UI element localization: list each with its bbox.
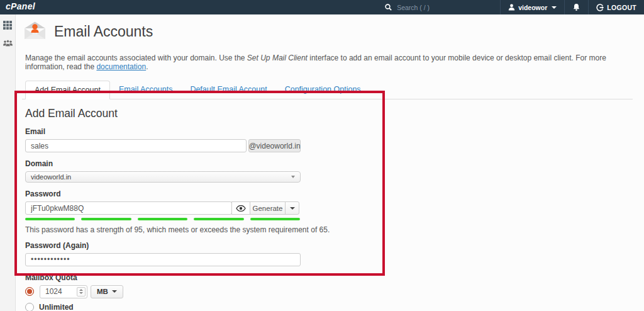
email-label: Email: [25, 127, 633, 136]
logout-label: LOGOUT: [607, 4, 636, 11]
apps-grid-icon[interactable]: [3, 21, 12, 30]
quota-spinner[interactable]: [77, 287, 86, 297]
user-name: videowor: [518, 4, 547, 11]
quota-unlimited-radio[interactable]: [25, 303, 34, 311]
cpanel-logo: cPanel: [0, 0, 42, 14]
user-menu[interactable]: videowor: [500, 0, 564, 14]
topbar: cPanel Search ( / ) videowor LOGOUT: [0, 0, 644, 14]
logout-button[interactable]: LOGOUT: [588, 0, 644, 14]
quota-unit-value: MB: [97, 288, 108, 295]
quota-fixed-radio[interactable]: [25, 287, 34, 296]
email-input[interactable]: [25, 139, 247, 152]
mailbox-quota-label: Mailbox Quota: [25, 273, 633, 282]
page-header: Email Accounts: [23, 21, 633, 43]
chevron-down-icon: [552, 6, 557, 9]
domain-selected-value: videoworld.in: [31, 173, 71, 181]
domain-label: Domain: [25, 159, 633, 168]
generate-password-button[interactable]: Generate: [250, 201, 286, 215]
chevron-down-icon: [112, 290, 117, 293]
documentation-link[interactable]: documentation: [96, 62, 146, 71]
main-content: Email Accounts Manage the email accounts…: [16, 14, 644, 311]
password-again-input[interactable]: [25, 253, 301, 266]
email-domain-addon: @videoworld.in: [248, 139, 301, 152]
search-placeholder: Search ( / ): [397, 4, 430, 11]
password-input[interactable]: [25, 201, 232, 215]
email-accounts-icon: [23, 21, 47, 43]
page-description: Manage the email accounts associated wit…: [25, 54, 633, 71]
password-again-label: Password (Again): [25, 241, 633, 250]
tab-configuration-options[interactable]: Configuration Options: [276, 81, 370, 99]
eye-icon: [236, 203, 246, 214]
search-icon: [385, 4, 392, 11]
user-icon: [508, 4, 515, 11]
domain-select[interactable]: videoworld.in: [25, 171, 301, 183]
show-password-button[interactable]: [231, 201, 250, 215]
tab-email-accounts[interactable]: Email Accounts: [110, 81, 181, 99]
topbar-spacer: [42, 0, 377, 14]
page-title: Email Accounts: [54, 23, 153, 40]
search-input[interactable]: Search ( / ): [377, 0, 500, 14]
left-sidebar: [0, 14, 16, 311]
add-email-form: Add Email Account Email @videoworld.in D…: [22, 99, 633, 311]
password-strength-bar: [25, 218, 300, 220]
bell-icon: [572, 3, 580, 11]
tab-add-email-account[interactable]: Add Email Account: [25, 81, 110, 99]
password-strength-text: This password has a strength of 95, whic…: [25, 225, 633, 234]
description-text: Manage the email accounts associated wit…: [25, 54, 247, 62]
quota-unlimited-label: Unlimited: [39, 303, 74, 311]
notifications-button[interactable]: [564, 0, 588, 14]
quota-unit-button[interactable]: MB: [91, 285, 123, 298]
tab-bar: Add Email Account Email Accounts Default…: [22, 81, 633, 99]
spinner-up-icon: [79, 289, 83, 291]
description-text: .: [146, 62, 148, 71]
generate-options-button[interactable]: [285, 201, 299, 215]
logout-icon: [596, 4, 604, 11]
user-groups-icon[interactable]: [3, 38, 13, 50]
spinner-down-icon: [79, 292, 83, 294]
select-caret-icon: [291, 176, 295, 178]
description-italic: Set Up Mail Client: [247, 54, 308, 62]
chevron-down-icon: [290, 207, 295, 210]
form-heading: Add Email Account: [25, 107, 633, 120]
password-label: Password: [25, 189, 633, 198]
tab-default-email-account[interactable]: Default Email Account: [181, 81, 275, 99]
